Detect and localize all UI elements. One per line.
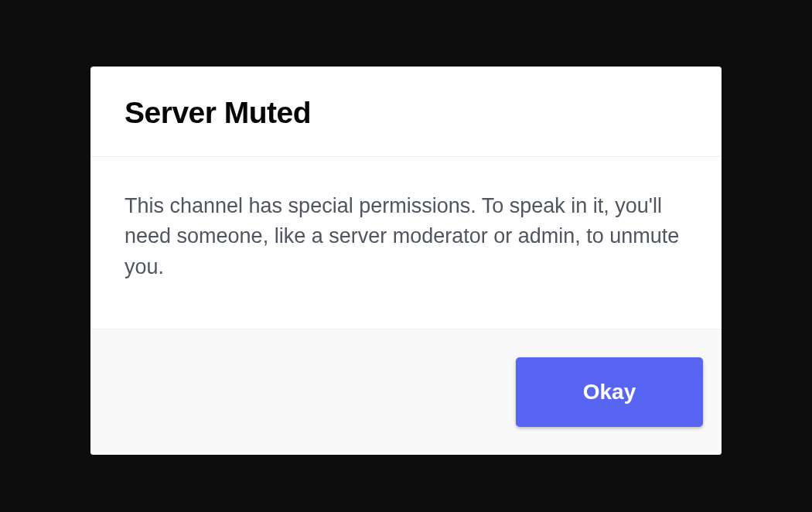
okay-button[interactable]: Okay: [516, 357, 703, 427]
modal-title: Server Muted: [125, 96, 687, 130]
server-muted-modal: Server Muted This channel has special pe…: [90, 67, 722, 454]
modal-footer: Okay: [90, 329, 722, 455]
modal-header: Server Muted: [90, 67, 722, 157]
modal-message: This channel has special permissions. To…: [125, 191, 687, 282]
modal-body: This channel has special permissions. To…: [90, 157, 722, 328]
